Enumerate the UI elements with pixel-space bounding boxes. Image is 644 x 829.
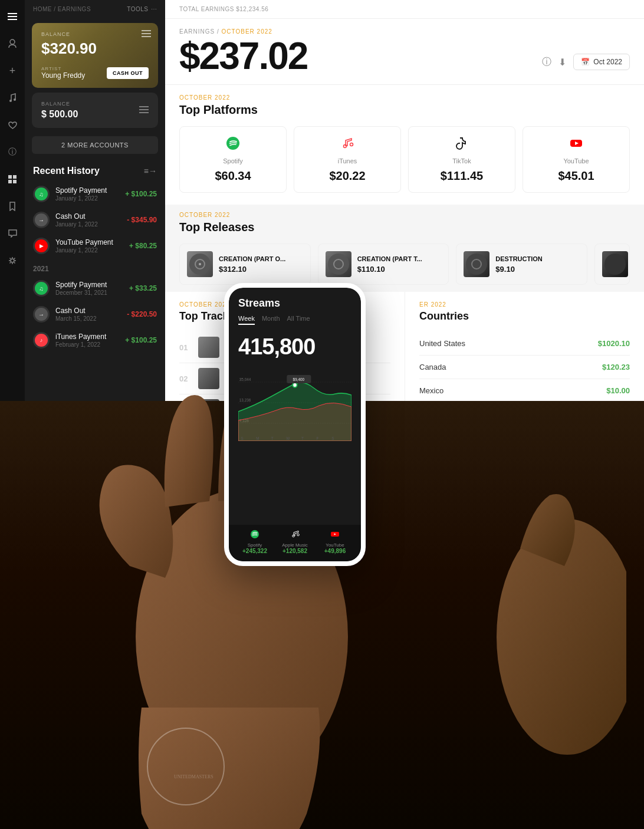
release-amount-1: $312.10 [219, 265, 285, 274]
settings-icon[interactable] [4, 252, 21, 269]
phone-spotify-count: +245,322 [236, 548, 274, 554]
more-accounts-button[interactable]: 2 MORE ACCOUNTS [32, 136, 158, 154]
phone-spotify-name: Spotify [236, 542, 274, 548]
svg-text:S: S [331, 436, 334, 440]
release-thumb-1 [187, 251, 213, 277]
card-menu-icon[interactable] [142, 30, 151, 39]
svg-rect-15 [139, 109, 149, 110]
history-date-cashout-1: January 1, 2022 [55, 221, 121, 228]
user-icon[interactable] [4, 35, 21, 52]
youtube-icon: ▶ [33, 238, 50, 254]
platform-card-spotify[interactable]: Spotify $60.34 [179, 126, 287, 193]
itunes-name: iTunes [304, 157, 391, 165]
svg-rect-0 [8, 13, 17, 14]
sidebar-icon-rail: + ⓘ [0, 0, 25, 401]
release-title-2: CREATION (PART T... [357, 255, 422, 262]
itunes-platform-icon [304, 136, 391, 154]
svg-rect-2 [8, 19, 17, 20]
tools-dots-icon[interactable]: ⋯ [151, 6, 157, 12]
svg-rect-8 [8, 180, 12, 183]
phone-chart: 35,044 13,236 7,128 $9,400 S M T W T F [229, 360, 361, 525]
history-item-cashout-1[interactable]: → Cash Out January 1, 2022 - $345.90 [25, 207, 165, 233]
release-card-3[interactable]: DESTRUCTION $9.10 [456, 244, 587, 285]
phone-applemusic-name: Apple Music [276, 542, 314, 548]
earnings-header: EARNINGS / OCTOBER 2022 $237.02 ⓘ ⬇ 📅 Oc… [165, 19, 644, 85]
phone-youtube-count: +49,896 [316, 548, 354, 554]
release-card-4[interactable] [594, 244, 630, 285]
release-amount-3: $9.10 [495, 265, 542, 274]
history-item-spotify-2[interactable]: ♫ Spotify Payment December 31, 2021 + $3… [25, 275, 165, 301]
cashout-icon-2: → [33, 306, 50, 323]
tools-label: TOOLS [127, 6, 148, 12]
chat-icon[interactable] [4, 225, 21, 242]
svg-point-4 [9, 100, 12, 102]
music-note-icon[interactable] [4, 90, 21, 106]
svg-text:UNITEDMASTERS: UNITEDMASTERS [174, 774, 213, 779]
main-top-bar: TOTAL EARNINGS $12,234.56 [165, 0, 644, 19]
phone-youtube-icon [316, 529, 354, 541]
history-date-youtube-1: January 1, 2022 [55, 247, 123, 254]
history-amount-spotify-2: + $33.25 [129, 284, 157, 292]
svg-text:35,044: 35,044 [239, 377, 251, 381]
recent-history-title: Recent History [33, 166, 100, 176]
sidebar-nav: HOME / EARNINGS TOOLS ⋯ [25, 0, 165, 18]
tools-menu[interactable]: TOOLS ⋯ [127, 6, 157, 12]
secondary-card-menu-icon[interactable] [139, 106, 149, 115]
artist-label: ARTIST [41, 66, 85, 71]
cash-out-button[interactable]: CASH OUT [107, 67, 149, 79]
add-icon[interactable]: + [4, 62, 21, 79]
svg-point-27 [466, 254, 487, 275]
platform-card-itunes[interactable]: iTunes $20.22 [294, 126, 401, 193]
history-amount-spotify-1: + $100.25 [125, 190, 157, 198]
svg-point-3 [10, 40, 15, 44]
bookmark-icon[interactable] [4, 198, 21, 215]
filter-icon[interactable]: ≡→ [144, 166, 157, 176]
release-card-2[interactable]: CREATION (PART T... $110.10 [318, 244, 449, 285]
history-date-spotify-1: January 1, 2022 [55, 195, 119, 202]
svg-text:M: M [256, 436, 259, 440]
history-name-cashout-1: Cash Out [55, 212, 121, 221]
balance-value: $320.90 [41, 40, 149, 58]
youtube-name: YouTube [533, 157, 620, 165]
date-picker-button[interactable]: 📅 Oct 2022 [573, 54, 630, 70]
menu-icon[interactable] [4, 8, 21, 25]
phone-tabs: Week Month All Time [238, 313, 351, 325]
phone-platform-spotify: Spotify +245,322 [236, 529, 274, 554]
history-item-cashout-2[interactable]: → Cash Out March 15, 2022 - $220.50 [25, 301, 165, 327]
platform-card-tiktok[interactable]: TikTok $111.45 [408, 126, 515, 193]
cashout-icon: → [33, 212, 50, 228]
info-ctrl-icon[interactable]: ⓘ [542, 56, 551, 68]
info-icon[interactable]: ⓘ [4, 144, 21, 160]
phone-tab-month[interactable]: Month [262, 313, 280, 325]
earnings-period-highlight: OCTOBER 2022 [222, 28, 272, 35]
grid-icon[interactable] [4, 171, 21, 187]
history-item-spotify-1[interactable]: ♫ Spotify Payment January 1, 2022 + $100… [25, 181, 165, 207]
phone-applemusic-count: +120,582 [276, 548, 314, 554]
phone-tab-alltime[interactable]: All Time [287, 313, 310, 325]
svg-point-50 [251, 530, 259, 538]
spotify-icon: ♫ [33, 186, 50, 202]
history-date-spotify-2: December 31, 2021 [55, 290, 123, 296]
history-item-itunes-1[interactable]: ♪ iTunes Payment February 1, 2022 + $100… [25, 327, 165, 353]
phone-header: Streams Week Month All Time [229, 288, 361, 330]
phone-tab-week[interactable]: Week [238, 313, 255, 325]
history-item-youtube-1[interactable]: ▶ YouTube Payment January 1, 2022 + $80.… [25, 233, 165, 259]
history-amount-cashout-1: - $345.90 [127, 216, 157, 224]
itunes-icon: ♪ [33, 332, 50, 348]
platform-card-youtube[interactable]: YouTube $45.01 [523, 126, 630, 193]
svg-rect-13 [142, 36, 151, 37]
phone-applemusic-icon [276, 529, 314, 541]
recent-history-header: Recent History ≡→ [25, 157, 165, 181]
svg-text:F: F [317, 436, 319, 440]
history-amount-itunes-1: + $100.25 [125, 336, 157, 344]
calendar-icon: 📅 [581, 58, 590, 66]
history-name-spotify-2: Spotify Payment [55, 281, 123, 289]
heart-icon[interactable] [4, 117, 21, 133]
sidebar: + ⓘ HOME / EARNINGS TOOLS ⋯ [0, 0, 165, 401]
spotify-platform-icon [189, 136, 277, 154]
platforms-section-label: OCTOBER 2022 [179, 94, 630, 101]
platforms-section-title: Top Platforms [179, 103, 630, 117]
download-icon[interactable]: ⬇ [558, 57, 566, 68]
release-card-1[interactable]: CREATION (PART O... $312.10 [179, 244, 311, 285]
phone-platform-applemusic: Apple Music +120,582 [276, 529, 314, 554]
